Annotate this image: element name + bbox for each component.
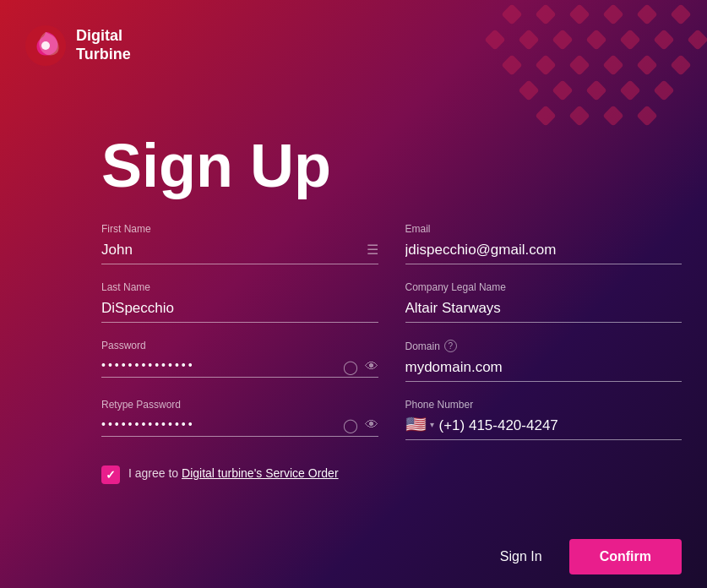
svg-rect-16 <box>602 54 623 75</box>
svg-rect-14 <box>535 54 556 75</box>
password-label: Password <box>101 340 378 351</box>
retype-password-label: Retype Password <box>101 399 378 411</box>
last-name-input[interactable] <box>101 297 378 323</box>
page-title: Sign Up <box>101 135 682 196</box>
agree-row: ✓ I agree to Digital turbine's Service O… <box>101 466 682 484</box>
retype-strength-icon: ◯ <box>343 417 358 433</box>
phone-country-chevron: ▾ <box>430 420 434 429</box>
svg-rect-19 <box>518 79 539 101</box>
decorative-dots <box>352 0 707 135</box>
svg-rect-10 <box>619 29 640 50</box>
svg-rect-15 <box>568 54 590 75</box>
svg-rect-22 <box>619 79 640 101</box>
domain-label: Domain <box>405 340 440 352</box>
domain-help-icon[interactable]: ? <box>444 340 457 352</box>
first-name-input[interactable] <box>101 238 378 264</box>
logo-text: Digital Turbine <box>76 27 131 63</box>
svg-rect-9 <box>585 29 606 50</box>
company-label: Company Legal Name <box>405 281 683 293</box>
svg-point-29 <box>41 41 50 50</box>
retype-password-group: Retype Password ◯ 👁 <box>101 399 378 440</box>
svg-rect-18 <box>670 54 691 75</box>
last-name-group: Last Name <box>101 281 378 323</box>
phone-group: Phone Number 🇺🇸 ▾ <box>405 399 683 440</box>
password-icons: ◯ 👁 <box>343 359 378 375</box>
svg-rect-2 <box>568 3 590 24</box>
svg-rect-21 <box>585 79 606 101</box>
phone-label: Phone Number <box>405 399 683 411</box>
checkmark-icon: ✓ <box>106 468 116 482</box>
phone-country-select[interactable]: 🇺🇸 ▾ <box>405 414 434 434</box>
logo[interactable]: Digital Turbine <box>24 24 131 68</box>
svg-rect-3 <box>602 3 623 24</box>
company-group: Company Legal Name <box>405 281 683 323</box>
email-label: Email <box>405 223 683 235</box>
retype-password-input[interactable] <box>101 414 378 437</box>
agree-checkbox[interactable]: ✓ <box>101 466 120 484</box>
email-input[interactable] <box>405 238 683 264</box>
svg-rect-20 <box>552 79 573 101</box>
svg-rect-25 <box>568 105 590 126</box>
first-name-group: First Name ☰ <box>101 223 378 264</box>
svg-rect-23 <box>653 79 674 101</box>
confirm-button[interactable]: Confirm <box>569 539 682 574</box>
svg-rect-0 <box>501 3 522 24</box>
svg-rect-6 <box>484 29 505 50</box>
retype-password-icons: ◯ 👁 <box>343 417 378 433</box>
domain-group: Domain ? <box>405 340 683 382</box>
domain-input[interactable] <box>405 356 683 382</box>
company-input[interactable] <box>405 297 683 323</box>
password-strength-icon: ◯ <box>343 359 358 375</box>
phone-input[interactable] <box>439 417 683 434</box>
bottom-buttons: Sign In Confirm <box>487 539 682 574</box>
svg-rect-1 <box>535 3 556 24</box>
sign-in-button[interactable]: Sign In <box>487 541 556 573</box>
password-group: Password ◯ 👁 <box>101 340 378 382</box>
service-order-link[interactable]: Digital turbine's Service Order <box>182 466 339 480</box>
password-input[interactable] <box>101 355 378 378</box>
logo-icon <box>24 24 68 68</box>
first-name-label: First Name <box>101 223 378 235</box>
svg-rect-27 <box>636 105 657 126</box>
first-name-icon: ☰ <box>367 242 378 258</box>
svg-rect-26 <box>602 105 623 126</box>
svg-rect-17 <box>636 54 657 75</box>
retype-visibility-icon[interactable]: 👁 <box>365 417 378 433</box>
phone-row: 🇺🇸 ▾ <box>405 414 683 440</box>
svg-rect-11 <box>653 29 674 50</box>
svg-rect-24 <box>535 105 556 126</box>
last-name-label: Last Name <box>101 281 378 293</box>
password-visibility-icon[interactable]: 👁 <box>365 359 378 375</box>
agree-text: I agree to Digital turbine's Service Ord… <box>128 466 339 482</box>
svg-rect-13 <box>501 54 522 75</box>
main-content: Sign Up First Name ☰ Email Last Name Com… <box>101 135 682 588</box>
svg-rect-8 <box>552 29 573 50</box>
us-flag: 🇺🇸 <box>405 414 427 434</box>
svg-rect-5 <box>670 3 691 24</box>
svg-rect-7 <box>518 29 539 50</box>
email-group: Email <box>405 223 683 264</box>
svg-rect-12 <box>687 29 707 50</box>
svg-rect-4 <box>636 3 657 24</box>
signup-form: First Name ☰ Email Last Name Company Leg… <box>101 223 682 457</box>
